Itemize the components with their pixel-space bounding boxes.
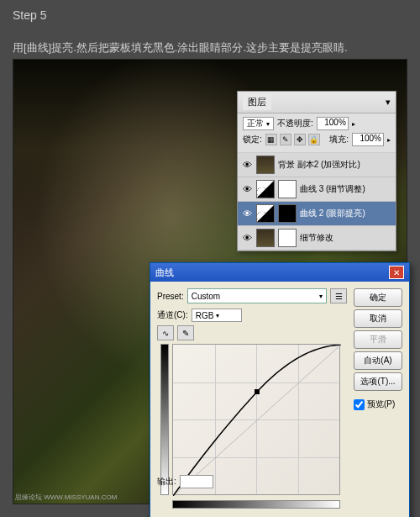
opacity-input[interactable]: 100% <box>317 117 349 130</box>
output-label: 输出: <box>157 476 176 488</box>
preview-label: 预览(P) <box>367 398 395 410</box>
layer-row[interactable]: 👁曲线 3 (细节调整) <box>238 177 396 202</box>
visibility-eye-icon[interactable]: 👁 <box>241 232 253 244</box>
fill-label: 填充: <box>329 134 349 145</box>
curve-graph[interactable] <box>172 344 340 495</box>
input-gradient <box>172 500 340 509</box>
panel-menu-icon[interactable]: ▾ <box>386 97 391 108</box>
layer-mask-thumbnail[interactable] <box>278 204 297 223</box>
baseline-line <box>173 345 341 496</box>
layer-name: 细节修改 <box>300 232 392 244</box>
output-gradient <box>160 344 169 495</box>
lock-paint-icon[interactable]: ✎ <box>280 134 291 145</box>
curve-point-tool-icon[interactable]: ∿ <box>157 325 174 340</box>
channel-label: 通道(C): <box>157 309 188 321</box>
layer-list: 👁背景 副本2 (加强对比)👁曲线 3 (细节调整)👁曲线 2 (眼部提亮)👁细… <box>238 153 396 251</box>
chevron-down-icon: ▾ <box>216 312 219 319</box>
lock-icons-group: ▦ ✎ ✥ 🔒 <box>265 134 320 145</box>
preset-value: Custom <box>192 292 220 301</box>
fill-arrow-icon[interactable]: ▸ <box>387 136 391 144</box>
visibility-eye-icon[interactable]: 👁 <box>241 208 253 219</box>
layer-thumbnail[interactable] <box>256 156 275 174</box>
curve-pencil-tool-icon[interactable]: ✎ <box>177 325 194 340</box>
opacity-label: 不透明度: <box>277 118 313 129</box>
channel-dropdown[interactable]: RGB▾ <box>192 309 242 322</box>
lock-all-icon[interactable]: 🔒 <box>308 134 320 145</box>
curves-dialog: 曲线 ✕ Preset: Custom▾ ☰ 通道(C): RGB▾ ∿ ✎ <box>150 262 410 517</box>
close-icon[interactable]: ✕ <box>389 266 404 279</box>
step-label: Step 5 <box>13 8 407 22</box>
layer-mask-thumbnail[interactable] <box>278 180 297 198</box>
options-button[interactable]: 选项(T)... <box>354 372 402 391</box>
layer-thumbnail[interactable] <box>256 204 275 223</box>
cancel-button[interactable]: 取消 <box>354 309 402 328</box>
ok-button[interactable]: 确定 <box>354 288 402 307</box>
visibility-eye-icon[interactable]: 👁 <box>241 183 253 195</box>
lock-label: 锁定: <box>243 134 262 145</box>
curve-point[interactable] <box>255 389 260 394</box>
blend-mode-value: 正常 <box>247 118 264 129</box>
chevron-down-icon: ▾ <box>266 120 270 128</box>
channel-value: RGB <box>196 311 214 320</box>
layer-row[interactable]: 👁曲线 2 (眼部提亮) <box>238 202 396 226</box>
layer-thumbnail[interactable] <box>256 180 275 198</box>
layer-name: 曲线 2 (眼部提亮) <box>300 208 392 219</box>
panel-header: 图层 ▾ <box>238 92 396 113</box>
preset-label: Preset: <box>157 292 184 301</box>
preset-menu-icon[interactable]: ☰ <box>330 288 347 303</box>
curves-titlebar[interactable]: 曲线 ✕ <box>150 263 409 282</box>
blend-mode-dropdown[interactable]: 正常▾ <box>243 117 274 130</box>
preview-input[interactable] <box>354 399 365 410</box>
layer-name: 背景 副本2 (加强对比) <box>278 159 392 171</box>
instruction-text: 用[曲线]提亮.然后把蒙板填充黑色.涂出眼睛部分.这步主要是提亮眼睛. <box>13 40 420 55</box>
layer-thumbnail[interactable] <box>256 229 275 247</box>
opacity-arrow-icon[interactable]: ▸ <box>352 120 355 128</box>
watermark-bottom-left: 思缘论坛 WWW.MISSYUAN.COM <box>15 493 117 502</box>
fill-input[interactable]: 100% <box>352 133 384 146</box>
output-field[interactable] <box>180 475 213 488</box>
layer-name: 曲线 3 (细节调整) <box>300 183 392 195</box>
visibility-eye-icon[interactable]: 👁 <box>241 159 253 171</box>
preview-checkbox[interactable]: 预览(P) <box>354 398 402 410</box>
curves-title: 曲线 <box>155 266 174 279</box>
lock-position-icon[interactable]: ✥ <box>294 134 306 145</box>
layers-controls: 正常▾ 不透明度: 100% ▸ 锁定: ▦ ✎ ✥ 🔒 填充: 100% ▸ <box>238 113 396 153</box>
curve-svg <box>173 345 341 496</box>
lock-transparency-icon[interactable]: ▦ <box>265 134 277 145</box>
preset-dropdown[interactable]: Custom▾ <box>187 288 327 303</box>
layers-tab[interactable]: 图层 <box>243 94 271 110</box>
layer-row[interactable]: 👁细节修改 <box>238 226 396 251</box>
auto-button[interactable]: 自动(A) <box>354 351 402 370</box>
chevron-down-icon: ▾ <box>319 293 323 300</box>
smooth-button[interactable]: 平滑 <box>354 330 402 349</box>
layer-row[interactable]: 👁背景 副本2 (加强对比) <box>238 153 396 177</box>
layers-panel: 图层 ▾ 正常▾ 不透明度: 100% ▸ 锁定: ▦ ✎ ✥ 🔒 填充: 10… <box>237 91 396 251</box>
layer-mask-thumbnail[interactable] <box>278 229 297 247</box>
